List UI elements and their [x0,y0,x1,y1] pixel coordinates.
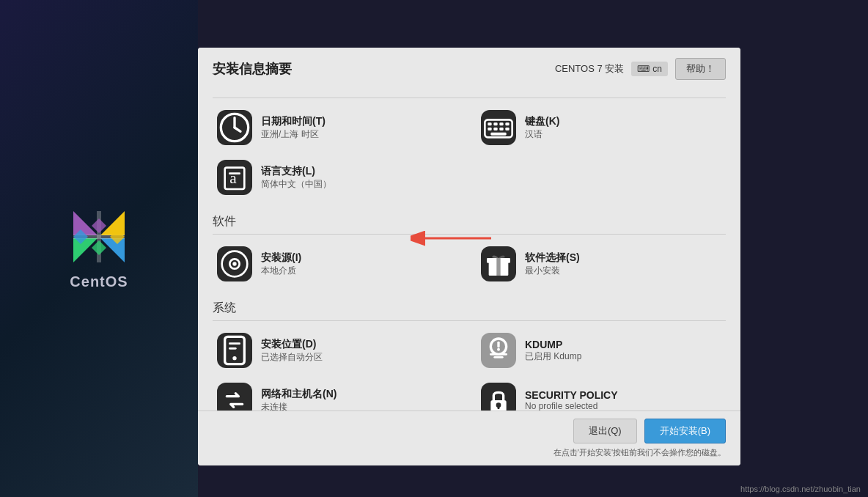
keyboard-indicator: ⌨ cn [631,62,668,76]
datetime-text: 日期和时间(T) 亚洲/上海 时区 [261,115,326,141]
svg-rect-25 [229,172,240,174]
kdump-icon [481,333,516,368]
install-destination-text: 安装位置(D) 已选择自动分区 [261,338,323,364]
svg-rect-21 [505,128,509,130]
svg-rect-31 [496,258,500,276]
software-selection-icon [481,246,516,281]
security-text: SECURITY POLICY No profile selected [525,389,618,411]
install-destination-subtitle: 已选择自动分区 [261,351,323,364]
svg-line-12 [235,128,240,131]
keyboard-title: 键盘(K) [525,115,559,128]
svg-rect-34 [229,342,240,345]
localization-grid: 日期和时间(T) 亚洲/上海 时区 [213,104,726,201]
install-source-text: 安装源(I) 本地介质 [261,251,301,277]
panel-content: 日期和时间(T) 亚洲/上海 时区 [198,87,740,424]
datetime-item[interactable]: 日期和时间(T) 亚洲/上海 时区 [213,104,462,151]
svg-text:a: a [229,169,237,187]
svg-point-28 [232,262,236,265]
keyboard-text: 键盘(K) 汉语 [525,115,559,141]
kdump-title: KDUMP [525,339,581,350]
panel-title: 安装信息摘要 [213,60,292,78]
svg-rect-22 [490,133,506,136]
software-selection-subtitle: 最小安装 [525,265,580,277]
datetime-title: 日期和时间(T) [261,115,326,128]
security-title: SECURITY POLICY [525,389,618,401]
kdump-subtitle: 已启用 Kdump [525,350,581,363]
datetime-icon [217,110,252,145]
footer-note: 在点击'开始安装'按钮前我们不会操作您的磁盘。 [213,447,726,458]
svg-rect-17 [505,122,509,125]
language-text: 语言支持(L) 简体中文（中国） [261,165,331,191]
svg-rect-20 [499,128,503,130]
language-title: 语言支持(L) [261,165,331,178]
help-button[interactable]: 帮助！ [675,58,726,80]
keyboard-item[interactable]: 键盘(K) 汉语 [477,104,726,151]
svg-marker-6 [92,218,106,233]
section-header-localization [213,87,726,98]
centos-brand-text: CentOS [70,273,128,290]
svg-rect-14 [488,122,491,125]
keyboard-icon-small: ⌨ [637,64,650,74]
svg-rect-18 [488,128,491,130]
svg-rect-43 [498,405,500,409]
section-header-software: 软件 [213,208,726,235]
security-subtitle: No profile selected [525,401,618,411]
footer-buttons: 退出(Q) 开始安装(B) [213,419,726,443]
install-source-subtitle: 本地介质 [261,265,301,277]
exit-button[interactable]: 退出(Q) [573,419,637,443]
install-source-title: 安装源(I) [261,251,301,265]
svg-rect-19 [493,128,497,130]
svg-point-38 [497,348,500,351]
install-source-icon [217,246,252,281]
language-subtitle: 简体中文（中国） [261,178,331,191]
svg-marker-8 [92,240,106,255]
section-header-system: 系统 [213,295,726,321]
start-install-button[interactable]: 开始安装(B) [644,419,726,443]
datetime-subtitle: 亚洲/上海 时区 [261,128,326,141]
panel-header: 安装信息摘要 CENTOS 7 安装 ⌨ cn 帮助！ [198,48,740,87]
centos-logo-area: CentOS [0,0,198,497]
svg-point-33 [232,356,236,360]
network-title: 网络和主机名(N) [261,388,336,401]
install-destination-title: 安装位置(D) [261,338,323,351]
url-bar: https://blog.csdn.net/zhuobin_tian [740,485,861,493]
install-destination-icon [217,333,252,368]
svg-rect-15 [493,122,497,125]
software-grid: 安装源(I) 本地介质 [213,240,726,287]
svg-rect-16 [499,122,503,125]
centos-logo-icon [70,207,128,266]
kdump-text: KDUMP 已启用 Kdump [525,339,581,363]
centos-version-label: CENTOS 7 安装 [555,62,624,76]
software-selection-item[interactable]: 软件选择(S) 最小安装 [477,240,726,287]
network-text: 网络和主机名(N) 未连接 [261,388,336,413]
software-selection-text: 软件选择(S) 最小安装 [525,251,580,277]
main-panel: 安装信息摘要 CENTOS 7 安装 ⌨ cn 帮助！ [198,48,740,465]
language-icon: a [217,160,252,195]
header-right: CENTOS 7 安装 ⌨ cn 帮助！ [555,58,726,80]
system-grid: 安装位置(D) 已选择自动分区 [213,327,726,424]
keyboard-icon [481,110,516,145]
software-selection-title: 软件选择(S) [525,251,580,265]
install-source-item[interactable]: 安装源(I) 本地介质 [213,240,462,287]
install-destination-item[interactable]: 安装位置(D) 已选择自动分区 [213,327,462,374]
panel-footer: 退出(Q) 开始安装(B) 在点击'开始安装'按钮前我们不会操作您的磁盘。 [198,411,740,465]
keyboard-lang: cn [652,64,662,74]
svg-rect-35 [229,347,237,350]
kdump-item[interactable]: KDUMP 已启用 Kdump [477,327,726,374]
keyboard-subtitle: 汉语 [525,128,559,141]
language-item[interactable]: a 语言支持(L) 简体中文（中国） [213,154,462,201]
